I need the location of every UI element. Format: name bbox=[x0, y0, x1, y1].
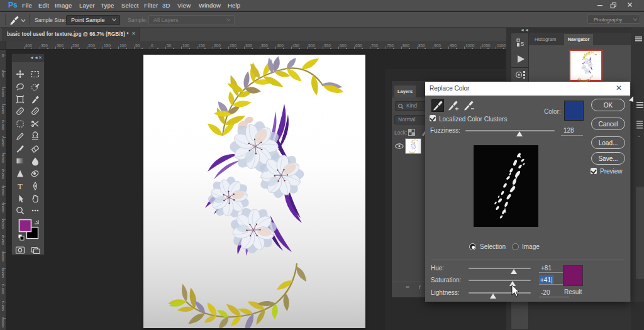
svg-text:5: 5 bbox=[521, 40, 524, 47]
svg-text:T: T bbox=[18, 182, 23, 191]
